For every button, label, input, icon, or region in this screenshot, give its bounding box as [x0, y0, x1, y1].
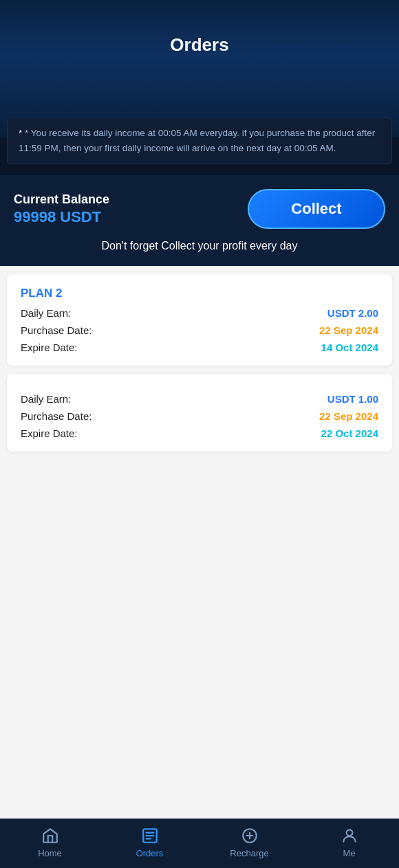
balance-section: Current Balance 99998 USDT Collect Don't… — [0, 175, 399, 266]
plan-label-1: PLAN 2 — [21, 287, 378, 300]
recharge-icon — [240, 826, 259, 845]
daily-earn-key-2: Daily Earn: — [21, 393, 71, 405]
expire-date-val-2: 22 Oct 2024 — [321, 427, 378, 439]
expire-date-val-1: 14 Oct 2024 — [321, 342, 378, 353]
order-daily-earn-row-2: Daily Earn: USDT 1.00 — [21, 393, 378, 405]
nav-item-orders[interactable]: Orders — [122, 826, 177, 858]
purchase-date-key-1: Purchase Date: — [21, 324, 91, 336]
order-card-2: Daily Earn: USDT 1.00 Purchase Date: 22 … — [7, 374, 392, 452]
balance-amount: 99998 USDT — [14, 208, 109, 226]
home-icon — [41, 826, 60, 845]
nav-item-me[interactable]: Me — [322, 826, 377, 858]
nav-label-recharge: Recharge — [230, 848, 268, 858]
balance-label: Current Balance — [14, 192, 109, 207]
expire-date-key-2: Expire Date: — [21, 427, 78, 439]
reminder-text: Don't forget Collect your profit every d… — [14, 240, 385, 252]
bottom-nav: Home Orders Recharge — [0, 819, 399, 868]
purchase-date-val-1: 22 Sep 2024 — [319, 324, 378, 336]
daily-earn-val-1: USDT 2.00 — [327, 307, 378, 319]
order-expire-row-1: Expire Date: 14 Oct 2024 — [21, 342, 378, 353]
order-expire-row-2: Expire Date: 22 Oct 2024 — [21, 427, 378, 439]
nav-item-recharge[interactable]: Recharge — [222, 826, 277, 858]
order-daily-earn-row-1: Daily Earn: USDT 2.00 — [21, 307, 378, 319]
info-box: * * You receive its daily income at 00:0… — [7, 117, 392, 164]
nav-label-orders: Orders — [136, 848, 164, 858]
balance-row: Current Balance 99998 USDT Collect — [14, 189, 385, 229]
me-icon — [340, 826, 359, 845]
order-card-1: PLAN 2 Daily Earn: USDT 2.00 Purchase Da… — [7, 274, 392, 366]
orders-icon — [140, 826, 160, 845]
expire-date-key-1: Expire Date: — [21, 342, 78, 353]
page-title: Orders — [14, 34, 385, 56]
info-text: * * You receive its daily income at 00:0… — [19, 126, 380, 155]
purchase-date-key-2: Purchase Date: — [21, 410, 91, 422]
orders-list: PLAN 2 Daily Earn: USDT 2.00 Purchase Da… — [0, 266, 399, 819]
order-purchase-row-2: Purchase Date: 22 Sep 2024 — [21, 410, 378, 422]
nav-item-home[interactable]: Home — [23, 826, 78, 858]
svg-point-7 — [346, 830, 352, 836]
balance-info: Current Balance 99998 USDT — [14, 192, 109, 226]
nav-label-home: Home — [38, 848, 62, 858]
nav-label-me: Me — [343, 848, 355, 858]
daily-earn-val-2: USDT 1.00 — [327, 393, 378, 405]
purchase-date-val-2: 22 Sep 2024 — [319, 410, 378, 422]
daily-earn-key-1: Daily Earn: — [21, 307, 71, 319]
order-purchase-row-1: Purchase Date: 22 Sep 2024 — [21, 324, 378, 336]
collect-button[interactable]: Collect — [248, 189, 385, 229]
